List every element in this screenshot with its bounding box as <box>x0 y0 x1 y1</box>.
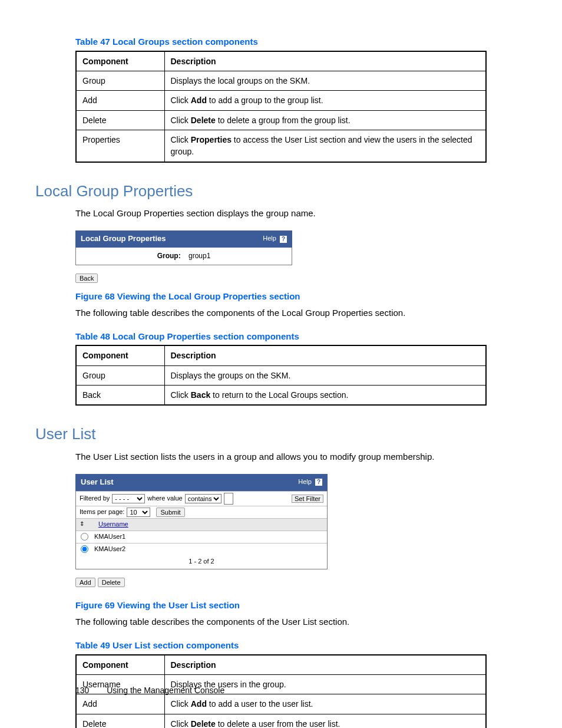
description-cell: Click Add to add a group to the group li… <box>164 91 486 110</box>
table-row: DeleteClick Delete to delete a group fro… <box>76 110 486 130</box>
component-cell: Group <box>76 365 164 385</box>
figure68-caption: Figure 68 Viewing the Local Group Proper… <box>75 290 487 303</box>
where-value-label: where value <box>147 494 182 503</box>
table-row: DeleteClick Delete to delete a user from… <box>76 714 486 728</box>
figure69-caption: Figure 69 Viewing the User List section <box>75 599 487 612</box>
description-cell: Displays the groups on the SKM. <box>164 365 486 385</box>
table48: Component Description GroupDisplays the … <box>75 345 487 406</box>
user-list-pager: 1 - 2 of 2 <box>76 555 327 569</box>
table-row: AddClick Add to add a group to the group… <box>76 91 486 110</box>
description-cell: Click Delete to delete a user from the u… <box>164 714 486 728</box>
table49-h1: Component <box>76 655 164 675</box>
component-cell: Delete <box>76 110 164 130</box>
description-cell: Click Add to add a user to the user list… <box>164 694 486 714</box>
table-row: GroupDisplays the groups on the SKM. <box>76 365 486 385</box>
user-row-name: KMAUser1 <box>94 532 125 542</box>
panel2-title: User List <box>81 477 114 488</box>
user-list-row[interactable]: KMAUser2 <box>76 543 327 555</box>
panel2-help-text: Help <box>298 478 312 485</box>
username-column-header[interactable]: Username <box>98 520 128 529</box>
help-icon: ? <box>280 236 287 243</box>
description-cell: Click Delete to delete a group from the … <box>164 110 486 130</box>
footer-title: Using the Management Console <box>107 686 224 695</box>
table49-h2: Description <box>164 655 486 675</box>
para68: The following table describes the compon… <box>75 307 487 319</box>
section-user-list: User List <box>35 423 487 446</box>
add-button[interactable]: Add <box>75 578 95 587</box>
section-local-group-properties: Local Group Properties <box>35 180 487 203</box>
page-number: 130 <box>75 686 89 695</box>
filter-value-input[interactable] <box>224 493 233 505</box>
table47-caption: Table 47 Local Groups section components <box>75 35 487 48</box>
component-cell: Back <box>76 386 164 406</box>
page-footer: 130 Using the Management Console <box>75 684 224 696</box>
user-list-row[interactable]: KMAUser1 <box>76 531 327 543</box>
table-row: AddClick Add to add a user to the user l… <box>76 694 486 714</box>
panel1-title: Local Group Properties <box>81 233 166 245</box>
component-cell: Delete <box>76 714 164 728</box>
panel1-group-label: Group: <box>157 252 181 260</box>
section2-intro: The User List section lists the users in… <box>75 450 487 463</box>
table-row: GroupDisplays the local groups on the SK… <box>76 71 486 91</box>
filtered-by-label: Filtered by <box>80 494 110 503</box>
component-cell: Add <box>76 694 164 714</box>
table48-caption: Table 48 Local Group Properties section … <box>75 330 487 343</box>
user-row-radio[interactable] <box>81 533 88 541</box>
filter-field-select[interactable]: - - - - <box>112 494 145 503</box>
section1-intro: The Local Group Properties section displ… <box>75 207 487 220</box>
user-row-radio[interactable] <box>81 545 88 553</box>
table48-h1: Component <box>76 345 164 365</box>
back-button[interactable]: Back <box>75 274 98 283</box>
table48-h2: Description <box>164 345 486 365</box>
local-group-properties-panel: Local Group Properties Help ? Group: gro… <box>75 230 292 265</box>
panel2-help-link[interactable]: Help ? <box>298 477 322 487</box>
help-icon: ? <box>315 479 322 486</box>
panel1-help-link[interactable]: Help ? <box>263 234 287 243</box>
panel1-group-value: group1 <box>189 252 210 260</box>
filter-op-select[interactable]: contains <box>185 494 222 503</box>
table49-caption: Table 49 User List section components <box>75 639 487 652</box>
component-cell: Add <box>76 91 164 110</box>
description-cell: Displays the local groups on the SKM. <box>164 71 486 91</box>
panel1-help-text: Help <box>263 235 276 242</box>
user-list-panel: User List Help ? Filtered by - - - - whe… <box>75 474 328 570</box>
sort-icon[interactable]: ⇕ <box>80 520 84 529</box>
table-row: PropertiesClick Properties to access the… <box>76 130 486 162</box>
items-per-page-label: Items per page: <box>80 508 124 517</box>
table47-h2: Description <box>164 51 486 71</box>
user-row-name: KMAUser2 <box>94 545 125 554</box>
para69: The following table describes the compon… <box>75 615 487 628</box>
description-cell: Click Properties to access the User List… <box>164 130 486 162</box>
submit-button[interactable]: Submit <box>156 508 184 517</box>
description-cell: Click Back to return to the Local Groups… <box>164 386 486 406</box>
table-row: BackClick Back to return to the Local Gr… <box>76 386 486 406</box>
component-cell: Group <box>76 71 164 91</box>
table47: Component Description GroupDisplays the … <box>75 51 487 163</box>
set-filter-button[interactable]: Set Filter <box>292 495 323 503</box>
component-cell: Properties <box>76 130 164 162</box>
items-per-page-select[interactable]: 10 <box>127 508 150 517</box>
table47-h1: Component <box>76 51 164 71</box>
delete-button[interactable]: Delete <box>98 578 125 587</box>
